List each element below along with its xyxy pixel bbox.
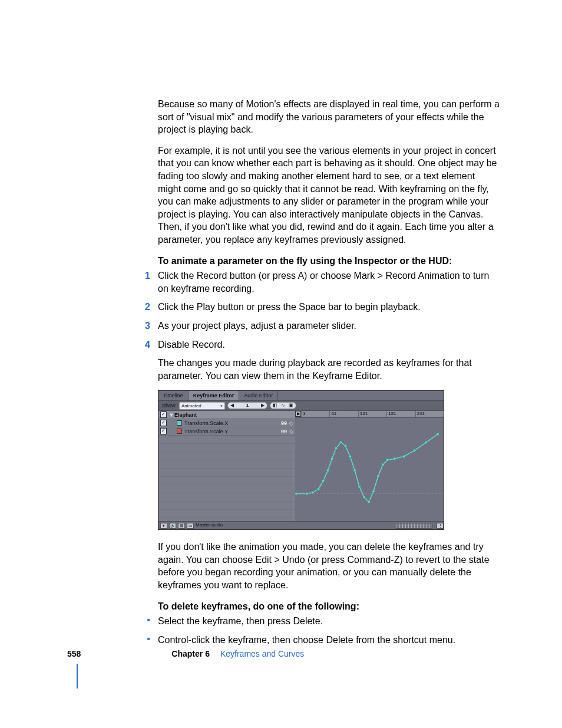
step-text: As your project plays, adjust a paramete… [158, 321, 356, 331]
tab-bar: Timeline Keyframe Editor Audio Editor [158, 391, 444, 401]
svg-point-11 [349, 455, 352, 458]
svg-point-19 [386, 459, 389, 462]
footer-rule [77, 664, 78, 689]
camera-icon[interactable]: ◧ [272, 403, 279, 409]
ruler-tick: 1 [301, 411, 329, 417]
svg-point-20 [393, 457, 396, 460]
ruler-tick: 121 [358, 411, 386, 417]
svg-point-17 [377, 475, 380, 478]
svg-point-6 [326, 469, 329, 472]
param-value: 99 [273, 428, 287, 435]
show-label: Show: [162, 402, 177, 409]
step: 1Click the Record button (or press A) or… [158, 269, 500, 295]
svg-point-3 [311, 491, 314, 494]
svg-point-4 [317, 488, 320, 491]
step: 2Click the Play button or press the Spac… [158, 301, 500, 314]
ruler-tick: 181 [386, 411, 415, 417]
step-text: Disable Record. [158, 340, 225, 350]
keyframe-diamond-icon[interactable]: ◇ [287, 428, 295, 435]
svg-point-1 [295, 492, 297, 495]
svg-point-2 [305, 492, 308, 495]
show-dropdown-value: Animated [181, 403, 201, 409]
handle-icon[interactable]: ⋮ [437, 523, 444, 529]
step: 3As your project plays, adjust a paramet… [158, 319, 500, 332]
svg-point-14 [363, 496, 366, 499]
step-number: 4 [145, 338, 150, 351]
bottom-bar: ▾ 🔈 ▤ ▭ Master audio ⋮ [158, 521, 444, 529]
paragraph: For example, it is not until you see the… [158, 144, 500, 246]
page-number: 558 [67, 648, 81, 660]
ruler-tick: 241 [415, 411, 444, 417]
curve-color-swatch[interactable] [177, 429, 182, 434]
time-ruler[interactable]: ▶ 1 61 121 181 241 [295, 411, 444, 418]
param-label: Transform.Scale.Y [184, 428, 273, 435]
curve-graph[interactable]: ▶ 1 61 121 181 241 [295, 411, 444, 521]
parameter-list: ✓ ▼ Elephant ✓ Transform.Scale.X 99 ◇ ✓ … [158, 411, 295, 521]
tab-keyframe-editor[interactable]: Keyframe Editor [189, 391, 240, 400]
svg-point-8 [335, 447, 338, 450]
step: 4Disable Record. [158, 338, 500, 351]
disclosure-triangle-icon[interactable]: ▼ [168, 411, 174, 419]
mini-ruler[interactable] [396, 523, 432, 529]
paragraph: The changes you made during playback are… [158, 357, 500, 382]
step-text: Click the Play button or press the Space… [158, 302, 421, 312]
tab-timeline[interactable]: Timeline [158, 391, 189, 400]
filter-icon[interactable]: ▾ [160, 523, 167, 529]
step-number: 2 [145, 301, 150, 314]
master-audio-label: Master audio [196, 522, 223, 529]
mute-icon[interactable]: 🔈 [169, 523, 176, 529]
param-label: Transform.Scale.X [184, 420, 273, 427]
page-footer: 558 Chapter 6 Keyframes and Curves [67, 648, 503, 660]
svg-point-16 [372, 490, 375, 493]
show-dropdown[interactable]: Animated ▾ [179, 402, 225, 410]
step-text: Click the Record button (or press A) or … [158, 271, 489, 294]
bullet-item: Control-click the keyframe, then choose … [158, 634, 500, 647]
svg-point-23 [425, 441, 428, 444]
enable-checkbox[interactable]: ✓ [160, 411, 167, 418]
param-value: 99 [273, 420, 287, 427]
prev-frame-icon[interactable]: ◀ [229, 403, 235, 409]
chapter-label: Chapter 6 [171, 648, 210, 660]
box-icon[interactable]: ▣ [287, 403, 295, 409]
keyframe-diamond-icon[interactable]: ◇ [287, 420, 295, 427]
group-label: Elephant [174, 411, 295, 419]
svg-point-5 [322, 480, 325, 483]
step-number: 1 [145, 269, 150, 282]
chapter-title: Keyframes and Curves [220, 648, 304, 660]
enable-checkbox[interactable]: ✓ [160, 420, 167, 426]
svg-point-13 [358, 486, 361, 489]
procedure-heading: To delete keyframes, do one of the follo… [158, 600, 500, 613]
svg-point-10 [344, 444, 347, 447]
curve-icon[interactable]: ∿ [280, 403, 286, 409]
snapshot-tools: ◧ ∿ ▣ [270, 402, 296, 409]
next-frame-icon[interactable]: ▶ [260, 403, 266, 409]
ruler-tick: 61 [329, 411, 358, 417]
group-icon[interactable]: ▤ [178, 523, 185, 529]
keyframe-editor-figure: Timeline Keyframe Editor Audio Editor Sh… [158, 390, 444, 530]
lock-icon[interactable]: ▭ [187, 523, 194, 529]
tab-audio-editor[interactable]: Audio Editor [239, 391, 278, 400]
ordered-steps: 1Click the Record button (or press A) or… [158, 269, 500, 351]
frame-navigator[interactable]: ◀ 1 ▶ [227, 402, 267, 409]
svg-point-15 [368, 500, 371, 503]
page-content: Because so many of Motion's effects are … [158, 98, 500, 652]
paragraph: If you don't like the animation you made… [158, 541, 500, 591]
procedure-heading: To animate a parameter on the fly using … [158, 255, 500, 268]
svg-point-22 [413, 449, 416, 452]
curve-color-swatch[interactable] [177, 420, 182, 426]
svg-point-12 [353, 469, 356, 472]
bullet-list: Select the keyframe, then press Delete. … [158, 615, 500, 646]
svg-point-9 [339, 441, 342, 444]
bullet-item: Select the keyframe, then press Delete. [158, 615, 500, 628]
param-row[interactable]: ✓ Transform.Scale.X 99 ◇ [158, 419, 295, 427]
enable-checkbox[interactable]: ✓ [160, 428, 167, 434]
svg-point-18 [381, 463, 384, 466]
step-number: 3 [145, 319, 150, 332]
svg-point-24 [437, 433, 439, 436]
param-row[interactable]: ✓ Transform.Scale.Y 99 ◇ [158, 427, 295, 436]
current-frame: 1 [236, 403, 259, 409]
curve-svg [295, 418, 444, 521]
svg-point-7 [330, 457, 333, 460]
playhead-icon[interactable]: ▶ [295, 411, 301, 417]
group-row[interactable]: ✓ ▼ Elephant [158, 411, 295, 419]
